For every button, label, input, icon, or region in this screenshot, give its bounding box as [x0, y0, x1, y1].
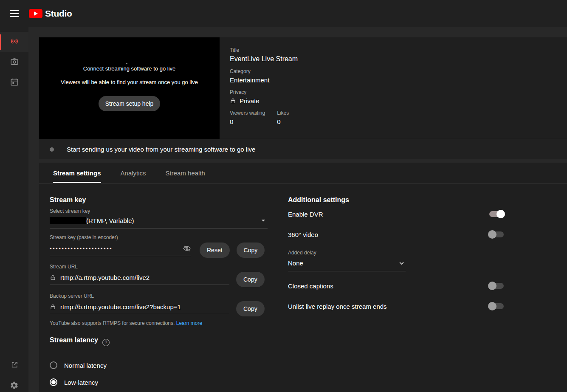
added-delay-value: None: [288, 259, 303, 267]
lock-icon: [230, 98, 236, 104]
stream-latency-heading: Stream latency: [50, 336, 98, 344]
enable-dvr-row: Enable DVR: [288, 204, 504, 224]
stream-key-select-value: (RTMP, Variable): [86, 217, 134, 224]
chevron-down-icon: [398, 259, 406, 267]
eye-off-icon[interactable]: [183, 244, 191, 253]
stream-status-bar: Start sending us your video from your st…: [39, 139, 567, 159]
stream-category: Entertainment: [230, 76, 557, 84]
added-delay-label: Added delay: [288, 250, 504, 256]
privacy-label: Privacy: [230, 89, 557, 95]
stream-url-value: rtmp://a.rtmp.youtube.com/live2: [60, 274, 150, 281]
stream-key-field[interactable]: •••••••••••••••••••••: [50, 244, 191, 256]
closed-captions-toggle[interactable]: [489, 283, 504, 289]
copy-backup-url-button[interactable]: Copy: [236, 301, 265, 316]
stream-key-section: Stream key Select stream key (RTMP, Vari…: [50, 196, 268, 392]
backup-url-field: rtmp://b.rtmp.youtube.com/live2?backup=1: [50, 303, 229, 314]
main-content: Connect streaming software to go live Vi…: [28, 27, 567, 392]
stream-key-field-label: Stream key (paste in encoder): [50, 234, 268, 240]
added-delay-select[interactable]: None: [288, 259, 406, 271]
live-dashboard-card: Connect streaming software to go live Vi…: [39, 37, 567, 159]
open-in-new-icon: [10, 361, 19, 371]
sidebar-item-settings[interactable]: [0, 376, 28, 392]
stream-settings-card: Stream settings Analytics Stream health …: [39, 163, 567, 392]
lock-icon: [50, 304, 56, 310]
brand-name: Studio: [45, 8, 72, 19]
preview-message-secondary: Viewers will be able to find your stream…: [61, 79, 198, 85]
video-360-label: 360° video: [288, 231, 318, 238]
backup-url-value: rtmp://b.rtmp.youtube.com/live2?backup=1: [60, 303, 181, 310]
latency-option-low[interactable]: Low-latency: [50, 374, 268, 391]
youtube-play-icon: [29, 9, 42, 18]
stream-key-heading: Stream key: [50, 196, 268, 204]
sidebar-item-feedback[interactable]: [0, 355, 28, 376]
unlist-replay-toggle[interactable]: [489, 303, 504, 309]
video-360-toggle[interactable]: [489, 231, 504, 237]
added-delay-group: Added delay None: [288, 250, 504, 271]
closed-captions-label: Closed captions: [288, 282, 333, 290]
additional-settings-section: Additional settings Enable DVR 360° vide…: [288, 196, 504, 392]
copy-stream-key-button[interactable]: Copy: [237, 243, 265, 258]
tab-analytics[interactable]: Analytics: [121, 163, 146, 183]
latency-options: Normal latency Low-latency Ultra low-lat…: [50, 357, 268, 392]
calendar-icon: [10, 77, 19, 88]
sidebar: [0, 27, 28, 392]
stream-setup-help-button[interactable]: Stream setup help: [99, 96, 161, 111]
tab-stream-settings[interactable]: Stream settings: [53, 163, 101, 183]
camera-icon: [10, 57, 19, 68]
status-dot-icon: [50, 147, 54, 152]
toggle-knob: [488, 282, 496, 290]
radio-label: Low-latency: [64, 379, 98, 386]
learn-more-link[interactable]: Learn more: [176, 320, 202, 326]
stream-privacy: Private: [240, 97, 260, 104]
help-icon[interactable]: ?: [102, 339, 110, 346]
rtmps-note: YouTube also supports RTMPS for secure c…: [50, 320, 175, 326]
tab-bar: Stream settings Analytics Stream health: [39, 163, 567, 183]
top-app-bar: Studio: [0, 0, 567, 27]
backup-url-label: Backup server URL: [50, 293, 268, 299]
dropdown-arrow-icon: [259, 216, 268, 225]
stream-preview-player: Connect streaming software to go live Vi…: [39, 37, 220, 139]
unlist-replay-label: Unlist live replay once stream ends: [288, 303, 387, 310]
additional-settings-heading: Additional settings: [288, 196, 504, 204]
copy-stream-url-button[interactable]: Copy: [236, 272, 265, 287]
reset-button[interactable]: Reset: [200, 243, 230, 258]
tab-stream-health[interactable]: Stream health: [166, 163, 205, 183]
viewers-waiting-count: 0: [230, 118, 265, 125]
unlist-replay-row: Unlist live replay once stream ends: [288, 296, 504, 316]
stream-key-select[interactable]: (RTMP, Variable): [50, 216, 268, 228]
toggle-knob: [488, 230, 496, 239]
hamburger-icon: [10, 10, 19, 17]
title-label: Title: [230, 47, 557, 53]
enable-dvr-label: Enable DVR: [288, 211, 323, 218]
likes-count: 0: [277, 118, 289, 125]
sidebar-item-manage[interactable]: [0, 73, 28, 93]
stream-url-field: rtmp://a.rtmp.youtube.com/live2: [50, 274, 229, 285]
gear-icon: [10, 381, 19, 392]
redacted-stream-key-name: [50, 217, 86, 224]
toggle-knob: [496, 210, 505, 218]
sidebar-item-stream[interactable]: [0, 32, 28, 52]
hamburger-menu-button[interactable]: [0, 10, 28, 17]
youtube-studio-logo[interactable]: Studio: [29, 8, 72, 19]
closed-captions-row: Closed captions: [288, 276, 504, 296]
preview-message-primary: Connect streaming software to go live: [83, 65, 176, 72]
radio-selected-icon: [50, 378, 57, 386]
video-360-row: 360° video: [288, 224, 504, 245]
category-label: Category: [230, 68, 557, 74]
stream-title: EventLive Live Stream: [230, 55, 557, 63]
radio-label: Normal latency: [64, 362, 107, 369]
select-stream-key-label: Select stream key: [50, 208, 268, 214]
stream-info-panel: Title EventLive Live Stream Category Ent…: [220, 37, 567, 139]
likes-label: Likes: [277, 110, 289, 116]
lock-icon: [50, 274, 56, 281]
latency-option-normal[interactable]: Normal latency: [50, 357, 268, 374]
masked-stream-key: •••••••••••••••••••••: [50, 245, 113, 252]
stream-url-label: Stream URL: [50, 264, 268, 270]
sidebar-spacer: [0, 93, 28, 355]
viewers-waiting-label: Viewers waiting: [230, 110, 265, 116]
sidebar-item-webcam[interactable]: [0, 52, 28, 73]
loading-dot: [126, 63, 127, 64]
status-message: Start sending us your video from your st…: [67, 146, 255, 153]
radio-unselected-icon: [50, 361, 57, 369]
enable-dvr-toggle[interactable]: [489, 211, 504, 217]
